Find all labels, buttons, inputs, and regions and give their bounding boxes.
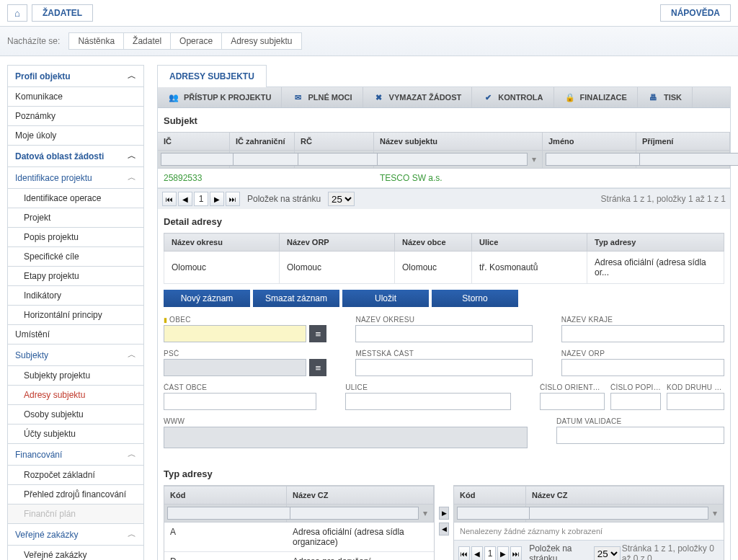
nazev-kraje-input[interactable] — [561, 325, 724, 342]
pager-next[interactable]: ▶ — [497, 546, 509, 560]
col-nazev[interactable]: Název subjektu — [374, 133, 543, 150]
detail-row[interactable]: Olomouc Olomouc Olomouc tř. Kosmonautů A… — [164, 252, 724, 284]
pager-size-select[interactable]: 25 — [594, 546, 621, 560]
cislo-orientacni-input[interactable] — [540, 393, 605, 410]
novy-zaznam-button[interactable]: Nový záznam — [164, 290, 250, 307]
ulozit-button[interactable]: Uložit — [342, 290, 429, 307]
sidebar-datova-oblast[interactable]: Datová oblast žádosti︿ — [8, 146, 143, 167]
sidebar-financovani[interactable]: Financování︿ — [8, 444, 143, 466]
tool-tisk[interactable]: 🖶TISK — [638, 87, 693, 107]
label-cislo-orientacni: ČÍSLO ORIENTAČNÍ — [540, 383, 605, 391]
sidebar-ucty-subjektu[interactable]: Účty subjektu — [8, 425, 143, 444]
psc-input[interactable] — [164, 359, 306, 376]
sidebar-etapy-projektu[interactable]: Etapy projektu — [8, 267, 143, 286]
sidebar-indikatory[interactable]: Indikátory — [8, 286, 143, 306]
filter-nazev[interactable] — [377, 153, 528, 166]
funnel-icon[interactable]: ▾ — [710, 508, 720, 518]
funnel-icon[interactable]: ▾ — [529, 154, 539, 164]
breadcrumb-item[interactable]: Operace — [170, 32, 222, 50]
zadatel-button[interactable]: ŽADATEL — [32, 4, 93, 22]
psc-picker[interactable]: ≡ — [309, 359, 326, 376]
funnel-icon[interactable]: ▾ — [420, 508, 430, 518]
sidebar-prehled-zdroju[interactable]: Přehled zdrojů financování — [8, 485, 143, 505]
col-orp[interactable]: Název ORP — [280, 234, 395, 252]
tool-kontrola[interactable]: ✔KONTROLA — [472, 87, 554, 107]
sidebar-rozpocet-zakladni[interactable]: Rozpočet základní — [8, 466, 143, 485]
nazev-okresu-input[interactable] — [355, 325, 532, 342]
breadcrumb-item[interactable]: Nástěnka — [68, 32, 124, 50]
sidebar-identifikace-projektu[interactable]: Identifikace projektu︿ — [8, 167, 143, 189]
subjekt-row[interactable]: 25892533 TESCO SW a.s. — [158, 169, 730, 188]
move-right-button[interactable]: ▶ — [439, 507, 449, 520]
sidebar-profil-objektu[interactable]: Profil objektu︿ — [8, 66, 143, 87]
subjekt-filter-row: ▾ ▾ ▾ ▾ ▾ ▾ — [158, 151, 730, 169]
home-button[interactable]: ⌂ — [7, 4, 27, 22]
obec-picker[interactable]: ≡ — [309, 325, 326, 342]
kod-druhu-input[interactable] — [667, 393, 724, 410]
ulice-input[interactable] — [345, 393, 511, 410]
pager-first[interactable]: ⏮ — [162, 192, 177, 206]
sidebar-verejne-zakazky[interactable]: Veřejné zakázky︿ — [8, 524, 143, 546]
move-left-button[interactable]: ◀ — [439, 523, 449, 535]
pager-size-select[interactable]: 25 — [328, 192, 355, 206]
sidebar-osoby-subjektu[interactable]: Osoby subjektu — [8, 405, 143, 425]
sidebar-poznamky[interactable]: Poznámky — [8, 107, 143, 126]
pager-last[interactable]: ⏭ — [510, 546, 522, 560]
detail-grid: Název okresu Název ORP Název obce Ulice … — [164, 233, 724, 284]
pager-prev[interactable]: ◀ — [178, 192, 192, 206]
col-obce[interactable]: Název obce — [395, 234, 472, 252]
napoveda-button[interactable]: NÁPOVĚDA — [660, 4, 731, 22]
col-rc[interactable]: RČ — [295, 133, 374, 150]
sidebar-identifikace-operace[interactable]: Identifikace operace — [8, 189, 143, 208]
sidebar-projekt[interactable]: Projekt — [8, 208, 143, 228]
col-icz[interactable]: IČ zahraniční — [230, 133, 295, 150]
sidebar-specificke-cile[interactable]: Specifické cíle — [8, 247, 143, 267]
pager-prev[interactable]: ◀ — [471, 546, 483, 560]
cast-obce-input[interactable] — [164, 393, 316, 410]
col-kod[interactable]: Kód — [454, 486, 526, 504]
nazev-orp-input[interactable] — [561, 359, 724, 376]
breadcrumb-item[interactable]: Adresy subjektu — [221, 32, 301, 50]
label-nazev-orp: NÁZEV ORP — [561, 350, 724, 357]
col-typ[interactable]: Typ adresy — [587, 234, 724, 252]
www-input[interactable] — [164, 427, 528, 448]
smazat-zaznam-button[interactable]: Smazat záznam — [253, 290, 339, 307]
sidebar-verejne-zakazky-list[interactable]: Veřejné zakázky — [8, 546, 143, 560]
sidebar-umisteni[interactable]: Umístění — [8, 325, 143, 345]
sidebar-popis-projektu[interactable]: Popis projektu — [8, 228, 143, 247]
col-jmeno[interactable]: Jméno — [543, 133, 636, 150]
pager-first[interactable]: ⏮ — [458, 546, 470, 560]
sidebar-horizontalni-principy[interactable]: Horizontální principy — [8, 306, 143, 325]
col-ulice[interactable]: Ulice — [472, 234, 587, 252]
breadcrumb-item[interactable]: Žadatel — [123, 32, 171, 50]
tool-pristup[interactable]: 👥PŘÍSTUP K PROJEKTU — [158, 87, 282, 107]
col-ic[interactable]: IČ — [158, 133, 230, 150]
obec-input[interactable] — [164, 325, 306, 342]
col-prijmeni[interactable]: Příjmení — [636, 133, 730, 150]
col-nazev-cz[interactable]: Název CZ — [287, 486, 434, 504]
cislo-popisne-input[interactable] — [610, 393, 661, 410]
sidebar-moje-ukoly[interactable]: Moje úkoly — [8, 126, 143, 146]
datum-validace-input[interactable] — [556, 427, 724, 444]
pager-next[interactable]: ▶ — [210, 192, 224, 206]
col-nazev-cz[interactable]: Název CZ — [526, 486, 724, 504]
filter-nazev-r[interactable] — [529, 507, 708, 520]
tool-plne-moci[interactable]: ✉PLNÉ MOCI — [282, 87, 363, 107]
sidebar-subjekty-projektu[interactable]: Subjekty projektu — [8, 366, 143, 386]
filter-prijmeni[interactable] — [639, 153, 738, 166]
sidebar-adresy-subjektu[interactable]: Adresy subjektu — [8, 386, 143, 405]
sidebar-komunikace[interactable]: Komunikace — [8, 87, 143, 107]
typ-row[interactable]: AAdresa oficiální (adresa sídla organiza… — [164, 523, 434, 552]
filter-nazev-l[interactable] — [290, 507, 419, 520]
mestska-cast-input[interactable] — [355, 359, 532, 376]
storno-button[interactable]: Storno — [432, 290, 518, 307]
typ-row[interactable]: DAdresa pro doručení — [164, 552, 434, 560]
tool-finalizace[interactable]: 🔒FINALIZACE — [554, 87, 638, 107]
col-okres[interactable]: Název okresu — [164, 234, 280, 252]
col-kod[interactable]: Kód — [164, 486, 287, 504]
sidebar-financni-plan: Finanční plán — [8, 505, 143, 524]
sidebar-subjekty[interactable]: Subjekty︿ — [8, 345, 143, 366]
filter-kod-l[interactable] — [167, 507, 290, 520]
tool-vymazat[interactable]: ✖VYMAZAT ŽÁDOST — [363, 87, 473, 107]
pager-last[interactable]: ⏭ — [226, 192, 240, 206]
